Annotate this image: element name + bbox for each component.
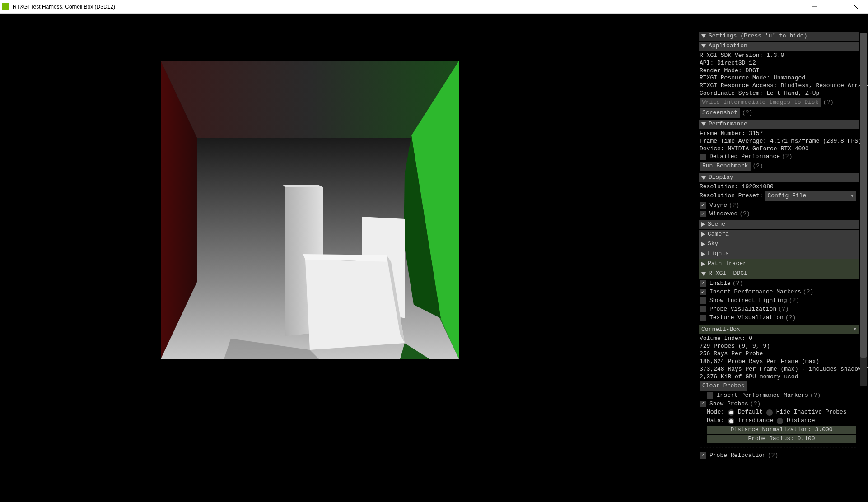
close-button[interactable] [845, 0, 866, 14]
windowed-checkbox[interactable] [700, 211, 706, 217]
chevron-right-icon [701, 252, 705, 256]
probe-reloc-checkbox[interactable] [700, 452, 706, 459]
mode-default-radio[interactable] [728, 409, 734, 416]
ddgi-probevis-checkbox[interactable] [700, 306, 706, 312]
maximize-button[interactable] [825, 0, 845, 14]
section-lights[interactable]: Lights [699, 249, 859, 259]
window-title: RTXGI Test Harness, Cornell Box (D3D12) [13, 4, 804, 10]
resource-access: RTXGI Resource Access: Bindless, Resourc… [700, 82, 856, 90]
frame-time: Frame Time Average: 4.171 ms/frame (239.… [700, 138, 856, 145]
help-icon[interactable]: (?) [810, 392, 821, 400]
data-dist-radio[interactable] [777, 418, 783, 424]
chevron-right-icon [701, 262, 705, 266]
volume-mem: 2,376 KiB of GPU memory used [700, 373, 856, 381]
volume-combo[interactable]: Cornell-Box▼ [699, 325, 859, 335]
section-sky[interactable]: Sky [699, 239, 859, 249]
section-camera[interactable]: Camera [699, 230, 859, 239]
show-probes-checkbox[interactable] [700, 401, 706, 407]
section-ddgi[interactable]: RTXGI: DDGI [699, 269, 859, 279]
volume-probe-rays: 186,624 Probe Rays Per Frame (max) [700, 358, 856, 366]
svg-rect-1 [833, 5, 837, 9]
ddgi-indirect-checkbox[interactable] [700, 297, 706, 304]
data-irr-radio[interactable] [728, 418, 734, 424]
help-icon[interactable]: (?) [733, 280, 743, 288]
chevron-down-icon [701, 122, 706, 126]
chevron-down-icon [701, 272, 706, 276]
volume-probes: 729 Probes (9, 9, 9) [700, 343, 856, 350]
chevron-down-icon: ▼ [851, 193, 854, 199]
chevron-down-icon: ▼ [854, 326, 856, 332]
section-scene[interactable]: Scene [699, 220, 859, 229]
svg-marker-13 [283, 185, 323, 187]
section-path-tracer[interactable]: Path Tracer [699, 259, 859, 269]
help-icon[interactable]: (?) [739, 210, 750, 218]
chevron-right-icon [701, 222, 705, 227]
viewport[interactable] [0, 14, 480, 502]
frame-number: Frame Number: 3157 [700, 130, 856, 138]
ddgi-texvis-checkbox[interactable] [700, 315, 706, 321]
vol-markers-checkbox[interactable] [707, 392, 713, 399]
volume-rays: 256 Rays Per Probe [700, 350, 856, 358]
help-icon[interactable]: (?) [785, 314, 796, 322]
help-icon[interactable]: (?) [729, 202, 739, 209]
help-icon[interactable]: (?) [778, 306, 789, 313]
render-mode: Render Mode: DDGI [700, 67, 856, 75]
screenshot-button[interactable]: Screenshot [700, 108, 740, 118]
minimize-button[interactable] [804, 0, 825, 14]
write-images-button[interactable]: Write Intermediate Images to Disk [700, 98, 821, 107]
ddgi-enable-checkbox[interactable] [700, 280, 706, 287]
app-icon [2, 3, 9, 10]
volume-index: Volume Index: 0 [700, 335, 856, 343]
probe-radius-slider[interactable]: Probe Radius: 0.100 [707, 435, 856, 443]
coordinate-system: Coordinate System: Left Hand, Z-Up [700, 90, 856, 98]
section-display[interactable]: Display [699, 173, 859, 182]
volume-total-rays: 373,248 Rays Per Frame (max) - includes … [700, 366, 856, 373]
settings-header[interactable]: Settings (Press 'u' to hide) [699, 32, 859, 41]
render-output [161, 61, 459, 359]
chevron-down-icon [701, 34, 706, 38]
distance-norm-slider[interactable]: Distance Normalization: 3.000 [707, 426, 856, 434]
chevron-right-icon [701, 232, 705, 237]
separator: ----------------------------------------… [700, 444, 856, 451]
api-label: API: Direct3D 12 [700, 60, 856, 67]
help-icon[interactable]: (?) [768, 452, 778, 460]
help-icon[interactable]: (?) [789, 297, 799, 305]
detailed-perf-checkbox[interactable] [700, 154, 706, 160]
help-icon[interactable]: (?) [752, 163, 763, 170]
svg-marker-4 [161, 61, 459, 138]
chevron-down-icon [701, 176, 706, 180]
device: Device: NVIDIA GeForce RTX 4090 [700, 145, 856, 153]
clear-probes-button[interactable]: Clear Probes [700, 381, 747, 391]
scrollbar-thumb[interactable] [860, 33, 867, 358]
resolution: Resolution: 1920x1080 [700, 183, 856, 191]
chevron-right-icon [701, 242, 705, 246]
resolution-preset-combo[interactable]: Config File▼ [765, 191, 856, 201]
help-icon[interactable]: (?) [803, 288, 813, 296]
benchmark-button[interactable]: Run Benchmark [700, 162, 751, 171]
ddgi-markers-checkbox[interactable] [700, 289, 706, 295]
resource-mode: RTXGI Resource Mode: Unmanaged [700, 74, 856, 82]
mode-hide-radio[interactable] [766, 409, 773, 416]
help-icon[interactable]: (?) [742, 109, 752, 117]
section-performance[interactable]: Performance [699, 120, 859, 129]
help-icon[interactable]: (?) [782, 153, 792, 161]
sdk-version: RTXGI SDK Version: 1.3.0 [700, 52, 856, 60]
chevron-down-icon [701, 44, 706, 48]
help-icon[interactable]: (?) [750, 400, 761, 408]
vsync-checkbox[interactable] [700, 202, 706, 209]
section-application[interactable]: Application [699, 42, 859, 51]
help-icon[interactable]: (?) [823, 99, 833, 107]
